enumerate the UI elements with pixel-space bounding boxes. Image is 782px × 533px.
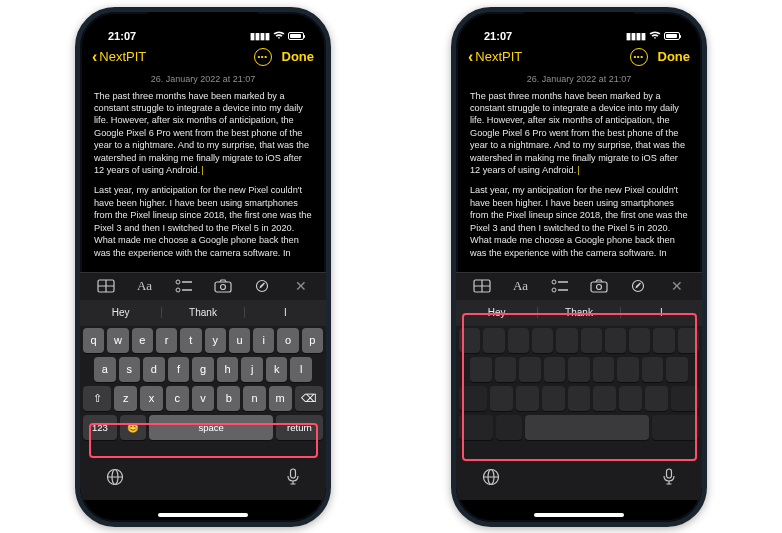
note-body[interactable]: The past three months have been marked b… xyxy=(456,86,702,272)
done-button[interactable]: Done xyxy=(658,49,691,64)
table-icon[interactable] xyxy=(469,276,495,296)
suggest-2[interactable]: I xyxy=(621,307,702,318)
blank-key xyxy=(617,357,639,382)
keyboard-bottom xyxy=(80,466,326,500)
key-p[interactable]: p xyxy=(302,328,323,353)
key-a[interactable]: a xyxy=(94,357,116,382)
blank-key xyxy=(556,328,577,353)
markup-icon[interactable] xyxy=(625,276,651,296)
svg-rect-21 xyxy=(591,282,607,292)
camera-icon[interactable] xyxy=(210,276,236,296)
format-icon[interactable]: Aa xyxy=(132,276,158,296)
signal-icon: ▮▮▮▮ xyxy=(250,31,270,41)
signal-icon: ▮▮▮▮ xyxy=(626,31,646,41)
more-button[interactable]: ••• xyxy=(630,48,648,66)
key-123[interactable]: 123 xyxy=(83,415,117,440)
clock: 21:07 xyxy=(484,30,512,42)
note-timestamp: 26. January 2022 at 21:07 xyxy=(456,72,702,86)
key-r[interactable]: r xyxy=(156,328,177,353)
blank-key xyxy=(593,386,616,411)
blank-space xyxy=(525,415,649,440)
blank-key xyxy=(593,357,615,382)
blank-key xyxy=(678,328,699,353)
notch xyxy=(148,12,258,34)
blank-key xyxy=(532,328,553,353)
key-g[interactable]: g xyxy=(192,357,214,382)
key-s[interactable]: s xyxy=(119,357,141,382)
key-k[interactable]: k xyxy=(266,357,288,382)
back-button[interactable]: ‹ NextPIT xyxy=(92,48,146,66)
key-m[interactable]: m xyxy=(269,386,292,411)
blank-key xyxy=(581,328,602,353)
blank-key xyxy=(645,386,668,411)
wifi-icon xyxy=(649,31,661,42)
blank-key xyxy=(671,386,699,411)
close-toolbar-icon[interactable]: ✕ xyxy=(288,276,314,296)
suggest-0[interactable]: Hey xyxy=(456,307,538,318)
key-d[interactable]: d xyxy=(143,357,165,382)
blank-key xyxy=(459,328,480,353)
note-body[interactable]: The past three months have been marked b… xyxy=(80,86,326,272)
mic-icon[interactable] xyxy=(286,468,300,490)
format-icon[interactable]: Aa xyxy=(508,276,534,296)
note-p1: The past three months have been marked b… xyxy=(94,91,309,176)
checklist-icon[interactable] xyxy=(171,276,197,296)
more-button[interactable]: ••• xyxy=(254,48,272,66)
keyboard-trackpad[interactable] xyxy=(456,326,702,466)
suggest-2[interactable]: I xyxy=(245,307,326,318)
key-q[interactable]: q xyxy=(83,328,104,353)
back-button[interactable]: ‹ NextPIT xyxy=(468,48,522,66)
key-e[interactable]: e xyxy=(132,328,153,353)
key-x[interactable]: x xyxy=(140,386,163,411)
key-n[interactable]: n xyxy=(243,386,266,411)
blank-key xyxy=(496,415,522,440)
key-return[interactable]: return xyxy=(276,415,323,440)
close-toolbar-icon[interactable]: ✕ xyxy=(664,276,690,296)
key-o[interactable]: o xyxy=(277,328,298,353)
blank-key xyxy=(605,328,626,353)
blank-key xyxy=(519,357,541,382)
blank-key xyxy=(459,386,487,411)
suggest-1[interactable]: Thank xyxy=(538,307,620,318)
table-icon[interactable] xyxy=(93,276,119,296)
key-l[interactable]: l xyxy=(290,357,312,382)
keyboard: q w e r t y u i o p a s d f g h j k l xyxy=(80,326,326,466)
mic-icon[interactable] xyxy=(662,468,676,490)
suggest-0[interactable]: Hey xyxy=(80,307,162,318)
blank-key xyxy=(619,386,642,411)
checklist-icon[interactable] xyxy=(547,276,573,296)
blank-key xyxy=(495,357,517,382)
key-t[interactable]: t xyxy=(180,328,201,353)
nav-bar: ‹ NextPIT ••• Done xyxy=(80,42,326,72)
globe-icon[interactable] xyxy=(482,468,500,490)
notch xyxy=(524,12,634,34)
globe-icon[interactable] xyxy=(106,468,124,490)
home-indicator[interactable] xyxy=(534,513,624,517)
key-emoji[interactable]: 😊 xyxy=(120,415,146,440)
key-c[interactable]: c xyxy=(166,386,189,411)
key-f[interactable]: f xyxy=(168,357,190,382)
key-u[interactable]: u xyxy=(229,328,250,353)
note-p2: Last year, my anticipation for the new P… xyxy=(470,184,688,259)
key-w[interactable]: w xyxy=(107,328,128,353)
camera-icon[interactable] xyxy=(586,276,612,296)
key-y[interactable]: y xyxy=(205,328,226,353)
blank-key xyxy=(508,328,529,353)
key-v[interactable]: v xyxy=(192,386,215,411)
key-b[interactable]: b xyxy=(217,386,240,411)
home-indicator[interactable] xyxy=(158,513,248,517)
key-z[interactable]: z xyxy=(114,386,137,411)
phone-right: 21:07 ▮▮▮▮ ‹ NextPIT ••• Done 26. Januar… xyxy=(451,7,707,527)
key-j[interactable]: j xyxy=(241,357,263,382)
svg-point-8 xyxy=(220,285,225,290)
phone-left: 21:07 ▮▮▮▮ ‹ NextPIT ••• Done 26. Januar… xyxy=(75,7,331,527)
blank-key xyxy=(483,328,504,353)
key-delete[interactable]: ⌫ xyxy=(295,386,323,411)
key-i[interactable]: i xyxy=(253,328,274,353)
done-button[interactable]: Done xyxy=(282,49,315,64)
key-space[interactable]: space xyxy=(149,415,273,440)
key-shift[interactable]: ⇧ xyxy=(83,386,111,411)
key-h[interactable]: h xyxy=(217,357,239,382)
markup-icon[interactable] xyxy=(249,276,275,296)
suggest-1[interactable]: Thank xyxy=(162,307,244,318)
